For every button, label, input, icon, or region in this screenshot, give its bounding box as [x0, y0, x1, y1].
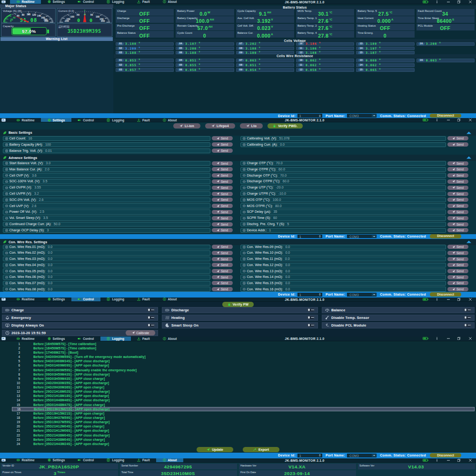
log-row[interactable]: 17Before [35D19H15M21S] - [APP open char…	[12, 411, 475, 416]
verify-pw-button[interactable]: Verify PW	[222, 302, 254, 307]
setting-value[interactable]: 3.0	[46, 161, 50, 165]
setting-value[interactable]: 3.55	[34, 186, 41, 189]
send-button[interactable]: Send	[212, 269, 233, 273]
nav-tab[interactable]: About	[156, 118, 183, 122]
dropdown-arrow-icon[interactable]	[372, 114, 376, 117]
toggle-switch[interactable]	[147, 316, 155, 319]
setting-value[interactable]: 0.0	[48, 288, 52, 291]
setting-value[interactable]: -10.0	[278, 192, 286, 196]
toggle-switch[interactable]	[464, 308, 471, 311]
restore-button[interactable]	[457, 458, 461, 462]
setting-value[interactable]: 3.5	[43, 179, 48, 183]
info-icon[interactable]	[436, 337, 438, 340]
setting-value[interactable]: -20.0	[276, 186, 283, 189]
setting-input[interactable]: Charge UTPR (°C):-10.0	[240, 191, 446, 197]
setting-input[interactable]: Calibrating Volt. (V):51.078	[240, 136, 446, 141]
send-button[interactable]: Send	[212, 210, 233, 214]
nav-tab[interactable]: Control	[71, 0, 100, 4]
disconnect-button[interactable]: Disconnect	[430, 453, 461, 457]
disconnect-button[interactable]: Disconnect	[430, 114, 461, 118]
collapse-arrow-icon[interactable]	[466, 131, 471, 134]
setting-value[interactable]: 0.0	[285, 251, 290, 255]
send-button[interactable]: Send	[212, 167, 233, 171]
send-button[interactable]: Send	[212, 192, 233, 196]
nav-tab[interactable]: Logging	[100, 0, 131, 4]
device-id-input[interactable]: 1	[298, 454, 322, 457]
setting-input[interactable]: Vol. Smart Sleep (V):3.5	[3, 216, 210, 221]
restore-button[interactable]	[457, 298, 461, 301]
nav-tab[interactable]: Control	[71, 337, 100, 341]
minimize-button[interactable]	[447, 119, 450, 122]
nav-tab[interactable]: About	[156, 0, 183, 4]
nav-tab[interactable]: Realtime	[10, 118, 41, 122]
log-row[interactable]: 24Before [35D21H43M24S] - [APP open disc…	[12, 442, 475, 446]
send-button[interactable]: Send	[447, 281, 468, 285]
setting-input[interactable]: MOS OTPR (°C):80.0	[240, 203, 446, 208]
disconnect-button[interactable]: Disconnect	[430, 234, 461, 238]
setting-input[interactable]: Discharge OTP (°C):70.0	[240, 173, 446, 178]
device-id-input[interactable]: 1	[298, 293, 322, 297]
spinner-arrows-icon[interactable]	[318, 114, 321, 117]
log-row[interactable]: 14Before [35D01H48M46S] - [APP close dis…	[12, 398, 475, 403]
dropdown-arrow-icon[interactable]	[372, 293, 376, 296]
setting-input[interactable]: Charge OTPR (°C):60.0	[240, 167, 446, 172]
send-button[interactable]: Send	[212, 216, 233, 220]
log-row[interactable]: 5Before [04D01H08M34S] - [APP close disc…	[12, 359, 475, 364]
nav-tab[interactable]: Settings	[41, 0, 71, 4]
toggle-switch[interactable]	[464, 324, 471, 327]
log-row[interactable]: 22Before [35D21H38M04S] - [APP close dis…	[12, 433, 475, 437]
nav-tab[interactable]: Control	[71, 458, 100, 463]
setting-input[interactable]: Charge UTP (°C):-20.0	[240, 185, 446, 190]
setting-value[interactable]: 0.0	[48, 263, 52, 267]
nav-tab[interactable]: About	[156, 337, 183, 341]
log-row[interactable]: 9Before [09D03H59M43S] - [APP close char…	[12, 377, 475, 381]
send-button[interactable]: Send	[212, 179, 233, 184]
nav-tab[interactable]: Logging	[100, 458, 131, 463]
setting-value[interactable]: 80.0	[275, 204, 282, 208]
send-button[interactable]: Send	[212, 228, 233, 232]
setting-value[interactable]: 5	[287, 222, 289, 226]
log-row[interactable]: 1Before [16H50M57S] - [Time calibration]	[12, 342, 475, 346]
setting-input[interactable]: SOC-0% Volt. (V):2.6	[3, 198, 210, 203]
log-row[interactable]: 19Before [35D19H37M59S] - [APP close dis…	[12, 420, 475, 424]
setting-value[interactable]: 35	[273, 210, 277, 214]
calibrate-button[interactable]: Calibrate	[126, 330, 155, 336]
send-button[interactable]: Send	[212, 222, 233, 227]
log-row[interactable]: 20Before [35D21H12M04S] - [APP open char…	[12, 424, 475, 428]
setting-input[interactable]: Calibrating Curr. (A):0.0	[240, 142, 446, 148]
spinner-arrows-icon[interactable]	[318, 293, 321, 296]
setting-value[interactable]: 50.0	[54, 222, 60, 226]
nav-tab[interactable]: Fault	[131, 458, 157, 463]
collapse-arrow-icon[interactable]	[466, 241, 471, 243]
send-button[interactable]: Send	[212, 263, 233, 267]
setting-value[interactable]: 1	[269, 228, 271, 232]
nav-tab[interactable]: Realtime	[10, 298, 41, 301]
setting-input[interactable]: Discharge OTPR (°C):60.0	[240, 179, 446, 184]
setting-input[interactable]: Con. Wire Res.09 (mΩ):0.0	[240, 245, 446, 250]
info-icon[interactable]	[436, 119, 438, 122]
log-row[interactable]: 7Before [04D01H09M59S] - [Manually enabl…	[12, 368, 475, 372]
close-button[interactable]	[469, 119, 472, 122]
setting-input[interactable]: Con. Wire Res.14 (mΩ):0.0	[240, 275, 446, 280]
setting-input[interactable]: Con. Wire Res.13 (mΩ):0.0	[240, 268, 446, 274]
setting-value[interactable]: 60	[273, 216, 277, 220]
send-button[interactable]: Send	[447, 186, 468, 190]
send-button[interactable]: Send	[212, 281, 233, 285]
setting-value[interactable]: 0.0	[285, 269, 290, 273]
battery-type-button[interactable]: Li-ion	[173, 123, 200, 129]
minimize-button[interactable]	[447, 298, 450, 301]
spinner-arrows-icon[interactable]	[318, 454, 321, 457]
setting-input[interactable]: Max Balance Cur. (A):2.0	[3, 167, 210, 172]
log-row[interactable]: 3Before [17H06M27S] - [Boot]	[12, 350, 475, 355]
setting-value[interactable]: 0.0	[285, 263, 290, 267]
toggle-switch[interactable]	[464, 316, 471, 319]
send-button[interactable]: Send	[447, 216, 468, 220]
setting-input[interactable]: Dischrg. Pre. Chrg. T (S):5	[240, 222, 446, 227]
device-id-input[interactable]: 1	[298, 114, 322, 118]
setting-value[interactable]: 3.2	[34, 192, 39, 196]
send-button[interactable]: Send	[212, 251, 233, 255]
send-button[interactable]: Send	[212, 161, 233, 166]
setting-value[interactable]: 3	[47, 228, 49, 232]
log-row[interactable]: 10Before [24D20H30M35S] - [APP open disc…	[12, 381, 475, 385]
send-button[interactable]: Send	[447, 173, 468, 178]
